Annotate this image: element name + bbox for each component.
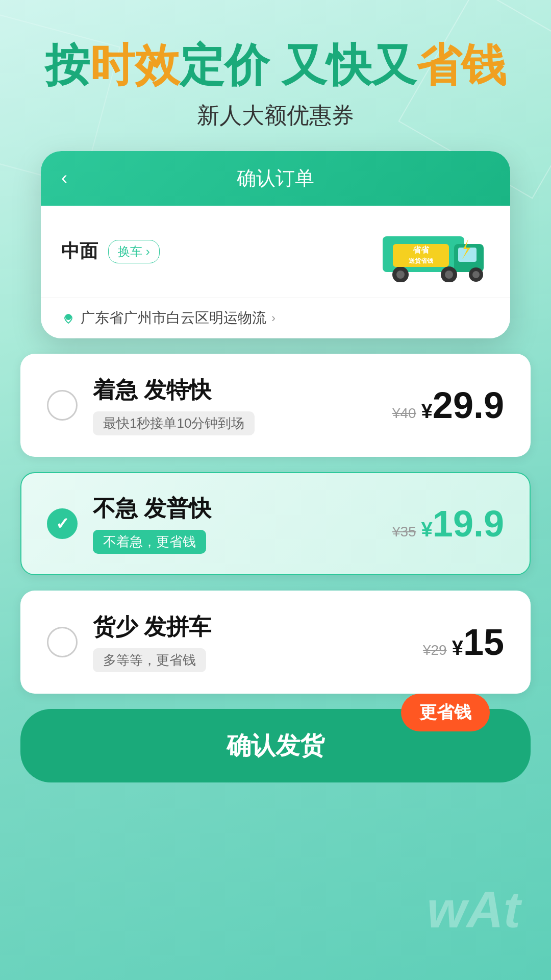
option-normal-price: ¥35 ¥19.9 <box>392 503 504 545</box>
header-section: 按时效定价 又快又省钱 新人大额优惠券 <box>0 0 551 151</box>
order-preview-row: 中面 换车 › <box>41 206 510 298</box>
main-title: 按时效定价 又快又省钱 <box>31 41 520 90</box>
option-shared-info: 货少 发拼车 多等等，更省钱 <box>93 612 423 672</box>
normal-current-price: ¥19.9 <box>421 503 504 545</box>
location-icon <box>61 311 76 325</box>
svg-point-4 <box>396 271 405 279</box>
express-current-price: ¥29.9 <box>421 384 504 426</box>
shipping-options-area: 着急 发特快 最快1秒接单10分钟到场 ¥40 ¥29.9 ✓ 不急 发普快 不… <box>0 354 551 694</box>
option-shared-title: 货少 发拼车 <box>93 612 423 642</box>
shared-original-price: ¥29 <box>423 642 447 658</box>
option-normal-card[interactable]: ✓ 不急 发普快 不着急，更省钱 ¥35 ¥19.9 <box>20 472 531 575</box>
svg-text:送货省钱: 送货省钱 <box>409 257 434 264</box>
truck-image: 省省 送货省钱 <box>378 221 490 282</box>
save-more-badge: 更省钱 <box>401 694 490 731</box>
address-row: 广东省广州市白云区明运物流 › <box>41 298 510 338</box>
option-express-tag: 最快1秒接单10分钟到场 <box>93 411 255 435</box>
option-normal-tag: 不着急，更省钱 <box>93 530 206 554</box>
option-normal-info: 不急 发普快 不着急，更省钱 <box>93 494 392 554</box>
vehicle-type-label: 中面 <box>61 239 98 264</box>
app-title: 确认订单 <box>237 165 314 191</box>
address-text: 广东省广州市白云区明运物流 <box>81 308 266 328</box>
address-arrow-icon: › <box>271 311 276 325</box>
svg-text:省省: 省省 <box>413 246 430 254</box>
title-highlight1: 时效 <box>90 40 180 90</box>
app-header-bar: ‹ 确认订单 <box>41 151 510 206</box>
phone-mockup: ‹ 确认订单 中面 换车 › <box>41 151 510 338</box>
normal-original-price: ¥35 <box>392 524 416 540</box>
radio-normal[interactable]: ✓ <box>47 508 78 539</box>
shared-current-price: ¥15 <box>452 621 504 663</box>
option-normal-title: 不急 发普快 <box>93 494 392 524</box>
option-express-price: ¥40 ¥29.9 <box>392 384 504 426</box>
back-button[interactable]: ‹ <box>61 167 67 189</box>
watermark-text: wAt <box>427 880 520 939</box>
order-left: 中面 换车 › <box>61 239 160 264</box>
option-shared-price: ¥29 ¥15 <box>423 621 504 663</box>
title-part2: 定价 又快又 <box>180 40 416 90</box>
radio-express[interactable] <box>47 390 78 421</box>
express-original-price: ¥40 <box>392 405 416 422</box>
option-express-title: 着急 发特快 <box>93 375 392 405</box>
confirm-button[interactable]: 更省钱 确认发货 <box>20 709 531 782</box>
radio-shared[interactable] <box>47 627 78 657</box>
svg-point-6 <box>445 271 453 279</box>
option-express-card[interactable]: 着急 发特快 最快1秒接单10分钟到场 ¥40 ¥29.9 <box>20 354 531 457</box>
bottom-section: 更省钱 确认发货 <box>0 709 551 808</box>
checkmark-icon: ✓ <box>56 514 69 533</box>
title-highlight2: 省钱 <box>416 40 506 90</box>
change-car-button[interactable]: 换车 › <box>108 240 160 263</box>
confirm-btn-label: 确认发货 <box>227 732 324 759</box>
option-shared-tag: 多等等，更省钱 <box>93 648 206 672</box>
title-part1: 按 <box>45 40 90 90</box>
subtitle: 新人大额优惠券 <box>31 101 520 131</box>
option-shared-card[interactable]: 货少 发拼车 多等等，更省钱 ¥29 ¥15 <box>20 591 531 694</box>
option-express-info: 着急 发特快 最快1秒接单10分钟到场 <box>93 375 392 435</box>
svg-point-8 <box>472 271 480 278</box>
